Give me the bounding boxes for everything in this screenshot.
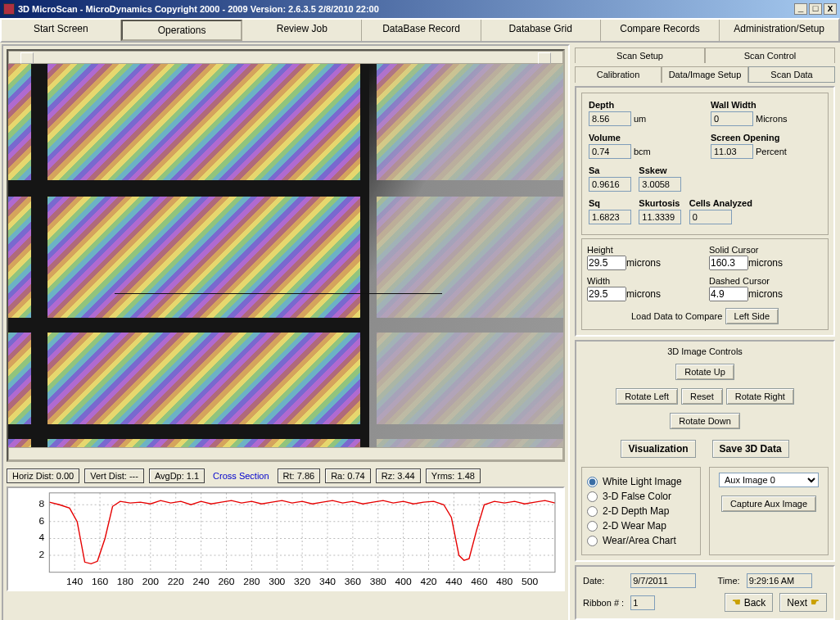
dashed-cursor-field[interactable] — [709, 287, 748, 301]
maximize-button[interactable]: □ — [809, 3, 822, 15]
tab-data-image-setup[interactable]: Data/Image Setup — [662, 66, 748, 83]
scroll-track-top[interactable] — [8, 51, 563, 64]
sa-field[interactable] — [589, 177, 631, 192]
image-controls-panel: 3D Image Controls Rotate Up Rotate Left … — [575, 340, 835, 562]
radio-wear-area[interactable]: Wear/Area Chart — [587, 535, 695, 546]
cursor-group: Height microns Solid Cursor microns Widt… — [581, 238, 829, 330]
screen-opening-field[interactable] — [711, 144, 753, 159]
ra-metric[interactable]: Ra: 0.74 — [325, 468, 371, 483]
app-icon — [3, 3, 15, 15]
rotate-down-button[interactable]: Rotate Down — [670, 413, 740, 429]
depth-unit: um — [634, 114, 646, 124]
save-3d-button[interactable]: Save 3D Data — [712, 440, 789, 458]
right-pane: Scan Setup Scan Control Calibration Data… — [571, 44, 838, 620]
reset-button[interactable]: Reset — [681, 388, 723, 405]
menu-database-grid[interactable]: Database Grid — [481, 20, 601, 41]
svg-text:300: 300 — [269, 576, 286, 587]
tab-scan-data[interactable]: Scan Data — [748, 66, 835, 83]
wall-width-field[interactable] — [711, 111, 753, 126]
menu-admin-setup[interactable]: Administration/Setup — [720, 20, 838, 41]
next-button[interactable]: Next☛ — [779, 593, 827, 612]
skurtosis-field[interactable] — [639, 210, 681, 224]
tab-calibration[interactable]: Calibration — [575, 66, 662, 83]
radio-depth-map[interactable]: 2-D Depth Map — [587, 505, 695, 517]
screen-opening-unit: Percent — [756, 147, 787, 156]
sskew-label: Sskew — [639, 165, 681, 175]
rotate-up-button[interactable]: Rotate Up — [675, 364, 734, 380]
rotate-left-button[interactable]: Rotate Left — [616, 388, 678, 405]
svg-text:340: 340 — [319, 576, 336, 587]
horiz-dist[interactable]: Horiz Dist: 0.00 — [7, 468, 79, 483]
capture-aux-button[interactable]: Capture Aux Image — [721, 496, 816, 512]
3d-controls-title: 3D Image Controls — [581, 346, 829, 356]
aux-image-select[interactable]: Aux Image 0 — [719, 473, 819, 487]
svg-text:2: 2 — [39, 549, 45, 560]
tab-scan-control[interactable]: Scan Control — [705, 48, 835, 63]
cells-analyzed-field[interactable] — [689, 210, 732, 224]
radio-wear-map[interactable]: 2-D Wear Map — [587, 520, 695, 532]
avg-dp[interactable]: AvgDp: 1.1 — [149, 468, 205, 483]
height-unit: microns — [626, 257, 661, 269]
volume-label: Volume — [589, 133, 651, 143]
sskew-field[interactable] — [639, 177, 681, 192]
solid-cursor-field[interactable] — [709, 256, 748, 270]
cells-analyzed-label: Cells Analyzed — [689, 198, 752, 208]
scan-image[interactable] — [8, 64, 563, 447]
radio-white-light[interactable]: White Light Image — [587, 476, 695, 487]
svg-text:280: 280 — [243, 576, 260, 587]
height-label: Height — [587, 245, 613, 255]
width-field[interactable] — [587, 287, 626, 301]
minimize-button[interactable]: _ — [794, 3, 807, 15]
time-label: Time: — [718, 576, 740, 586]
svg-text:420: 420 — [420, 576, 437, 587]
ribbon-label: Ribbon # : — [583, 598, 624, 608]
visualization-button[interactable]: Visualization — [621, 440, 695, 458]
menu-start-screen[interactable]: Start Screen — [2, 20, 121, 41]
svg-text:400: 400 — [395, 576, 413, 587]
svg-text:360: 360 — [345, 576, 362, 587]
svg-text:6: 6 — [39, 515, 45, 527]
rotate-right-button[interactable]: Rotate Right — [726, 388, 794, 405]
sq-field[interactable] — [589, 210, 631, 224]
depth-field[interactable] — [589, 111, 631, 126]
svg-text:460: 460 — [471, 576, 488, 587]
menu-review-job[interactable]: Review Job — [242, 20, 362, 41]
footer-panel: Date: Time: Ribbon # : ☚Back Next☛ — [575, 565, 835, 620]
height-field[interactable] — [587, 256, 626, 270]
ribbon-field[interactable] — [630, 595, 655, 610]
menu-database-record[interactable]: DataBase Record — [362, 20, 481, 41]
svg-text:180: 180 — [117, 576, 134, 587]
scan-metrics-group: Depth um Wall Width Microns Volume bcm — [581, 93, 829, 235]
scroll-track-bottom[interactable] — [8, 447, 563, 460]
date-label: Date: — [583, 576, 624, 586]
menu-operations[interactable]: Operations — [121, 20, 243, 41]
svg-text:8: 8 — [39, 498, 45, 509]
cross-section-label: Cross Section — [213, 471, 269, 481]
svg-text:480: 480 — [496, 576, 513, 587]
radio-false-color[interactable]: 3-D False Color — [587, 491, 695, 502]
vert-dist[interactable]: Vert Dist: --- — [84, 468, 144, 483]
solid-cursor-label: Solid Cursor — [709, 245, 759, 255]
back-arrow-icon: ☚ — [732, 596, 741, 609]
svg-text:240: 240 — [193, 576, 210, 587]
aux-image-group: Aux Image 0 Capture Aux Image — [709, 467, 829, 555]
left-side-button[interactable]: Left Side — [725, 308, 779, 324]
rt-metric[interactable]: Rt: 7.86 — [278, 468, 321, 483]
main-menu: Start Screen Operations Review Job DataB… — [0, 18, 840, 43]
back-button[interactable]: ☚Back — [725, 593, 774, 612]
svg-text:220: 220 — [168, 576, 185, 587]
date-field[interactable] — [630, 573, 696, 588]
rz-metric[interactable]: Rz: 3.44 — [376, 468, 421, 483]
svg-text:160: 160 — [92, 576, 109, 587]
menu-compare-records[interactable]: Compare Records — [601, 20, 720, 41]
time-field[interactable] — [747, 573, 812, 588]
volume-unit: bcm — [634, 147, 651, 156]
width-unit: microns — [626, 288, 661, 300]
svg-text:260: 260 — [218, 576, 235, 587]
close-button[interactable]: X — [824, 3, 837, 15]
sq-label: Sq — [589, 198, 631, 208]
volume-field[interactable] — [589, 144, 631, 159]
load-data-label: Load Data to Compare — [631, 311, 722, 321]
tab-scan-setup[interactable]: Scan Setup — [575, 48, 705, 63]
yrms-metric[interactable]: Yrms: 1.48 — [426, 468, 481, 483]
